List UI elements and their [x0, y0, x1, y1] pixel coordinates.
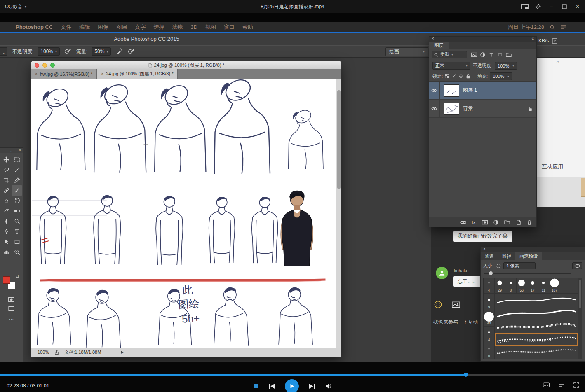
emoji-icon[interactable] — [434, 301, 442, 308]
collapsed-side-tab[interactable] — [581, 178, 585, 197]
seek-handle[interactable] — [464, 373, 468, 377]
slider-track[interactable] — [484, 273, 571, 274]
menu-image[interactable]: 图像 — [98, 23, 108, 31]
eyedropper-tool[interactable] — [12, 175, 22, 185]
workspace-switcher[interactable]: 绘画 ▾ — [385, 47, 428, 56]
collapse-icon[interactable]: « — [19, 148, 21, 152]
brush-size-slider[interactable] — [483, 271, 582, 276]
move-tool[interactable] — [1, 154, 12, 165]
menu-layer[interactable]: 图层 — [116, 23, 127, 31]
history-brush-tool[interactable] — [12, 196, 22, 206]
brush-preset-stroke[interactable] — [495, 294, 578, 307]
screen-mode-icon[interactable] — [8, 306, 14, 311]
canvas-artwork[interactable]: 此 图绘 5h+ — [31, 79, 336, 348]
layer-style-icon[interactable]: fx. — [472, 220, 477, 225]
fill-field[interactable]: 100% ▾ — [490, 72, 512, 80]
more-tools-icon[interactable]: … — [9, 315, 14, 321]
zoom-level[interactable]: 100% — [38, 350, 49, 355]
brush-preset-stroke-selected[interactable] — [495, 333, 578, 346]
eraser-tool[interactable] — [1, 206, 12, 216]
marquee-tool[interactable] — [12, 154, 22, 165]
brush-preset[interactable]: 40 — [484, 310, 494, 327]
ps-app-menu[interactable]: Photoshop CC — [16, 24, 53, 30]
expand-window-icon[interactable] — [552, 38, 557, 44]
slider-handle[interactable] — [489, 271, 493, 275]
close-icon[interactable]: × — [35, 72, 38, 76]
brush-preset[interactable]: 0 — [484, 343, 494, 359]
gradient-tool[interactable] — [12, 206, 22, 216]
healing-brush-tool[interactable] — [1, 185, 12, 196]
previous-button[interactable] — [268, 383, 275, 389]
lock-position-icon[interactable] — [459, 74, 463, 79]
filter-image-icon[interactable] — [471, 52, 477, 57]
visibility-toggle[interactable] — [429, 82, 440, 99]
lasso-tool[interactable] — [1, 165, 12, 175]
menu-select[interactable]: 选择 — [153, 23, 164, 31]
quick-mask-icon[interactable] — [8, 297, 14, 302]
pin-button[interactable] — [531, 0, 545, 13]
delete-layer-icon[interactable] — [526, 220, 532, 225]
layer-name[interactable]: 背景 — [463, 105, 473, 112]
menu-help[interactable]: 帮助 — [242, 23, 253, 31]
brush-scrollbar[interactable] — [578, 278, 582, 359]
tab-brush-presets[interactable]: 画笔预设 — [515, 252, 542, 260]
brush-size-field[interactable]: 4 像素 — [503, 262, 536, 269]
swap-colors-icon[interactable]: ⇄ — [16, 275, 19, 279]
menu-view[interactable]: 视图 — [205, 23, 216, 31]
brush-preset-stroke[interactable] — [495, 320, 578, 333]
document-titlebar[interactable]: 24.jpg @ 100% (图层 1, RGB/8) * — [31, 61, 341, 69]
share-export-icon[interactable] — [54, 350, 59, 355]
next-button[interactable] — [309, 383, 315, 389]
chevron-up-icon[interactable]: ^ — [557, 59, 559, 65]
new-layer-icon[interactable] — [515, 220, 521, 225]
layer-row-background[interactable]: 背景 — [429, 100, 536, 118]
adjustment-layer-icon[interactable] — [493, 220, 499, 225]
image-upload-icon[interactable] — [452, 301, 460, 308]
scrollbar-thumb[interactable] — [337, 90, 341, 189]
brush-tool[interactable] — [12, 185, 22, 196]
filter-type-icon[interactable] — [489, 52, 494, 57]
brush-preset-stroke[interactable] — [495, 346, 578, 359]
dodge-tool[interactable] — [12, 216, 22, 226]
crop-tool[interactable] — [1, 175, 12, 185]
stop-button[interactable] — [254, 384, 258, 389]
path-select-tool[interactable] — [1, 237, 12, 247]
close-icon[interactable]: × — [432, 36, 434, 41]
tab-layers[interactable]: 图层 — [429, 42, 449, 49]
scrollbar-thumb[interactable] — [579, 280, 581, 308]
brush-preset[interactable]: 11 — [538, 278, 550, 293]
subtitle-settings-icon[interactable] — [543, 382, 550, 387]
type-tool[interactable] — [12, 226, 22, 237]
brush-preset[interactable]: 4 — [484, 327, 494, 343]
magic-wand-tool[interactable] — [12, 165, 22, 175]
menu-file[interactable]: 文件 — [61, 23, 71, 31]
brush-preset[interactable]: 9 — [484, 294, 494, 310]
brush-preset[interactable]: 187 — [549, 278, 560, 293]
brush-preset[interactable]: 29 — [495, 278, 506, 293]
layer-opacity-field[interactable]: 100% ▾ — [495, 62, 517, 70]
lock-all-icon[interactable] — [466, 74, 470, 79]
layer-filter-dropdown[interactable]: 类型 ▾ — [432, 51, 467, 58]
reset-size-icon[interactable] — [496, 264, 501, 268]
add-mask-icon[interactable] — [482, 220, 488, 225]
blur-tool[interactable] — [1, 216, 12, 226]
menu-filter[interactable]: 滤镜 — [172, 23, 183, 31]
canvas-area[interactable]: 此 图绘 5h+ — [31, 79, 341, 348]
collapse-icon[interactable]: « — [531, 36, 534, 41]
flow-field[interactable]: 50% ▾ — [92, 47, 111, 56]
tab-channels[interactable]: 通道 — [481, 252, 498, 260]
shape-tool[interactable] — [12, 237, 22, 247]
tools-panel-header[interactable]: ⠿ « — [0, 148, 23, 153]
menu-3d[interactable]: 3D — [190, 24, 197, 30]
video-frame[interactable]: Photoshop CC 文件 编辑 图像 图层 文字 选择 滤镜 3D 视图 … — [0, 13, 585, 362]
layer-thumbnail[interactable] — [444, 103, 459, 115]
pen-tool[interactable] — [1, 226, 12, 237]
close-icon[interactable]: × — [101, 72, 103, 76]
brush-preset[interactable]: 8 — [505, 278, 517, 293]
hand-tool[interactable] — [1, 247, 12, 257]
brush-preset[interactable]: 4 — [484, 278, 495, 293]
seek-bar[interactable] — [0, 374, 585, 376]
link-layers-icon[interactable] — [460, 220, 466, 225]
tab-24-jpg[interactable]: × 24.jpg @ 100% (图层 1, RGB/8) * — [97, 69, 178, 79]
filter-smart-icon[interactable] — [506, 52, 512, 57]
